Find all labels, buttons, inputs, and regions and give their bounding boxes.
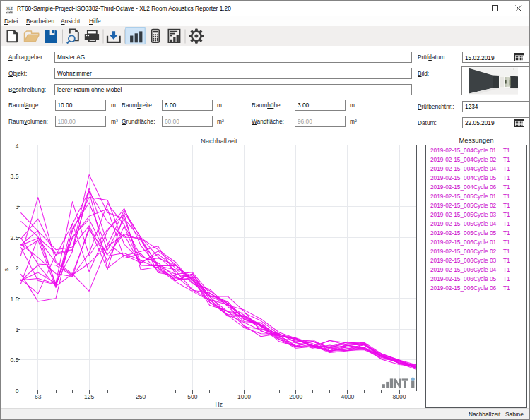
svg-text:Hz: Hz	[216, 401, 223, 408]
svg-text:s: s	[3, 268, 10, 271]
svg-text:1.5: 1.5	[11, 296, 19, 303]
svg-text:2.5: 2.5	[11, 234, 19, 241]
svg-text:8000: 8000	[393, 393, 406, 400]
svg-text:4000: 4000	[341, 393, 354, 400]
svg-text:3.5: 3.5	[11, 173, 19, 180]
svg-text:63: 63	[35, 393, 42, 400]
svg-text:4: 4	[16, 143, 19, 150]
svg-text:500: 500	[187, 393, 197, 400]
svg-text:3: 3	[16, 203, 19, 210]
svg-text:1: 1	[16, 326, 19, 333]
svg-text:1000: 1000	[237, 393, 251, 400]
svg-text:Nachhallzeit: Nachhallzeit	[201, 137, 237, 145]
svg-text:125: 125	[84, 393, 94, 400]
svg-text:0: 0	[16, 388, 19, 395]
svg-text:2: 2	[16, 265, 19, 272]
svg-text:XL2: XL2	[6, 7, 13, 11]
svg-text:2000: 2000	[289, 393, 302, 400]
svg-text:0.5: 0.5	[11, 356, 19, 364]
svg-text:250: 250	[136, 393, 146, 400]
